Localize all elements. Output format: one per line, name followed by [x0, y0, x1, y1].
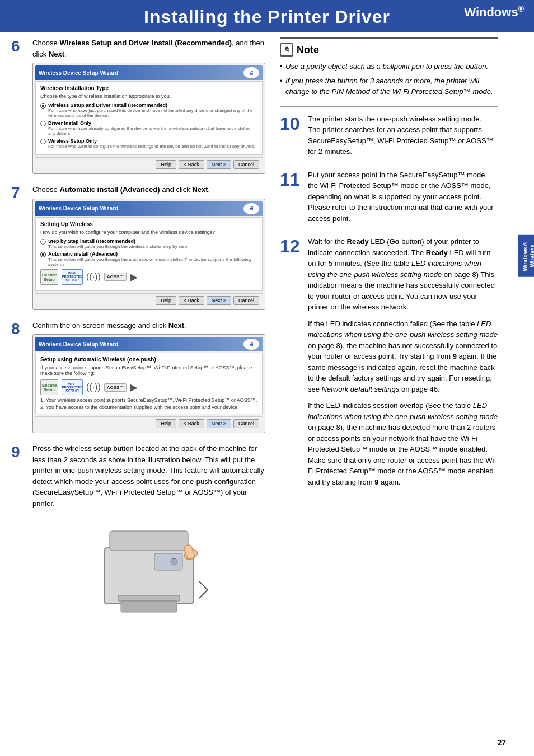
- step-12-text-3: If the LED indicates session overlap (Se…: [308, 400, 498, 487]
- wizard-8-help-btn[interactable]: Help: [156, 419, 176, 428]
- wizard-8-aoss: AOSS™: [104, 383, 127, 392]
- wizard-7-cancel-btn[interactable]: Cancel: [233, 296, 259, 305]
- radio-dot-7-2: [40, 252, 46, 257]
- wizard-7-subtitle: Setting Up Wireless: [40, 221, 257, 227]
- wizard-6-option-2: Driver Install Only For those who have a…: [40, 120, 257, 136]
- step-9: 9 Press the wireless setup button locate…: [11, 443, 265, 621]
- right-column: ✎ Note Use a pointy object such as a bal…: [274, 37, 518, 631]
- wizard-6-back-btn[interactable]: < Back: [179, 160, 204, 169]
- wizard-6-body: Wireless Installation Type Choose the ty…: [35, 81, 263, 155]
- step-6: 6 Choose Wireless Setup and Driver Insta…: [11, 37, 265, 174]
- step-11-text: Put your access point in the SecureEasyS…: [308, 170, 498, 224]
- step-10-content: The printer starts the one-push wireless…: [308, 114, 498, 161]
- step-6-text: Choose Wireless Setup and Driver Install…: [32, 37, 265, 59]
- wizard-6-option-3: Wireless Setup Only For those who want t…: [40, 138, 257, 149]
- wizard-6-cancel-btn[interactable]: Cancel: [233, 160, 259, 169]
- step-10-text: The printer starts the one-push wireless…: [308, 114, 498, 157]
- page-header: Installing the Printer Driver Windows®: [0, 0, 534, 32]
- step-12-ready2-bold: Ready: [426, 248, 448, 257]
- wizard-8-logo: 🖨: [243, 339, 259, 350]
- step-12-italic2: LED indications when using the one-push …: [308, 320, 498, 339]
- step-12-9-ref-2: 9: [374, 478, 378, 486]
- note-box: ✎ Note Use a pointy object such as a bal…: [280, 37, 498, 97]
- step-12-italic4: LED indications when using the one-push …: [308, 401, 498, 421]
- side-tab: Windows® Wireless Network: [518, 235, 534, 277]
- step-8-content: Confirm the on-screen message and click …: [32, 320, 265, 434]
- step-9-content: Press the wireless setup button located …: [32, 443, 265, 621]
- step-11-content: Put your access point in the SecureEasyS…: [308, 170, 498, 228]
- note-icon: ✎: [280, 43, 293, 57]
- svg-rect-4: [154, 553, 182, 570]
- wizard-6-desc: Choose the type of wireless installation…: [40, 93, 257, 99]
- wizard-7-back-btn[interactable]: < Back: [179, 296, 204, 305]
- page-title: Installing the Printer Driver: [0, 7, 534, 27]
- step-12-9-ref-1: 9: [453, 352, 457, 360]
- wizard-8-back-btn[interactable]: < Back: [179, 419, 204, 428]
- printer-illustration: [87, 514, 210, 615]
- wizard-8-desc: If your access point supports SecureEasy…: [40, 365, 257, 376]
- radio-dot-7-1: [40, 239, 46, 245]
- wizard-6-subtitle: Wireless Installation Type: [40, 85, 257, 91]
- step-7-number: 7: [11, 185, 32, 201]
- wizard-8-cancel-btn[interactable]: Cancel: [233, 419, 259, 428]
- wizard-6-option-1: Wireless Setup and Driver Install (Recom…: [40, 102, 257, 118]
- note-title: Note: [297, 44, 319, 56]
- note-item-2: If you press the button for 3 seconds or…: [285, 76, 498, 97]
- main-content: 6 Choose Wireless Setup and Driver Insta…: [0, 32, 534, 631]
- step-11-number: 11: [280, 171, 308, 189]
- wizard-7-option-1: Step by Step install (Recommended) This …: [40, 238, 257, 249]
- page: Installing the Printer Driver Windows® W…: [0, 0, 534, 756]
- wizard-7-next-btn[interactable]: Next >: [207, 296, 231, 305]
- wizard-7-help-btn[interactable]: Help: [156, 296, 176, 305]
- wizard-7-setup-icons: Secure Setup Wi-Fi PROTECTED SETUP ((·))…: [40, 269, 257, 285]
- step-9-number: 9: [11, 444, 32, 460]
- wizard-7-option-2-text: Automatic install (Advanced) This select…: [48, 251, 257, 267]
- wizard-6-option-1-text: Wireless Setup and Driver Install (Recom…: [48, 102, 257, 118]
- wizard-6-help-btn[interactable]: Help: [156, 160, 176, 169]
- wizard-7-title: Wireless Device Setup Wizard: [39, 205, 118, 212]
- step-6-content: Choose Wireless Setup and Driver Install…: [32, 37, 265, 174]
- wizard-8-setup-icons: Secure Setup Wi-Fi PROTECTED SETUP ((·))…: [40, 379, 257, 395]
- step-10-number: 10: [280, 115, 308, 133]
- svg-rect-3: [121, 601, 177, 612]
- arrow-indicator: ▶: [130, 271, 138, 283]
- note-list: Use a pointy object such as a ballpoint …: [280, 61, 498, 97]
- wizard-7-titlebar: Wireless Device Setup Wizard 🖨: [35, 201, 263, 216]
- step-6-bold2: Next: [49, 50, 64, 58]
- wizard-8-item2: 2. You have access to the documentation …: [40, 405, 257, 410]
- step-8: 8 Confirm the on-screen message and clic…: [11, 320, 265, 434]
- svg-point-5: [171, 558, 177, 565]
- wizard-8-wifi-signal: ((·)): [86, 382, 101, 392]
- windows-badge: Windows®: [464, 4, 524, 20]
- aoss-icon: AOSS™: [104, 273, 127, 281]
- wizard-6-next-btn[interactable]: Next >: [207, 160, 231, 169]
- step-12-number: 12: [280, 237, 308, 255]
- step-7: 7 Choose Automatic install (Advanced) an…: [11, 184, 265, 310]
- wizard-6-footer: Help < Back Next > Cancel: [35, 157, 263, 171]
- wizard-6-option-2-text: Driver Install Only For those who have a…: [48, 120, 257, 136]
- step-12-text-2: If the LED indicates connection failed (…: [308, 318, 498, 395]
- wizard-8-arrow: ▶: [130, 381, 138, 393]
- wizard-8-wifi-icon: Wi-Fi PROTECTED SETUP: [62, 379, 83, 395]
- divider-1: [280, 106, 498, 107]
- wizard-8-title: Wireless Device Setup Wizard: [39, 341, 118, 348]
- svg-rect-1: [110, 531, 188, 551]
- step-12-text-1: Wait for the Ready LED (Go button) of yo…: [308, 236, 498, 313]
- step-12: 12 Wait for the Ready LED (Go button) of…: [280, 236, 498, 491]
- wizard-8-next-btn[interactable]: Next >: [207, 419, 231, 428]
- step-7-text: Choose Automatic install (Advanced) and …: [32, 184, 265, 195]
- wizard-7-option-2: Automatic install (Advanced) This select…: [40, 251, 257, 267]
- step-7-wizard: Wireless Device Setup Wizard 🖨 Setting U…: [32, 199, 265, 310]
- wifi-signal-icon: ((·)): [86, 272, 101, 282]
- step-8-number: 8: [11, 321, 32, 337]
- radio-dot-2: [40, 121, 46, 126]
- step-12-italic3: Network default settings: [322, 385, 400, 393]
- radio-dot-1: [40, 103, 46, 109]
- step-8-wizard: Wireless Device Setup Wizard 🖨 Setup usi…: [32, 334, 265, 433]
- note-item-1: Use a pointy object such as a ballpoint …: [285, 61, 498, 72]
- wizard-8-titlebar: Wireless Device Setup Wizard 🖨: [35, 337, 263, 351]
- step-7-content: Choose Automatic install (Advanced) and …: [32, 184, 265, 310]
- wizard-7-body: Setting Up Wireless How do you wish to c…: [35, 217, 263, 291]
- step-12-go-bold: Go: [389, 237, 399, 246]
- wifi-protected-icon: Wi-Fi PROTECTED SETUP: [62, 269, 83, 285]
